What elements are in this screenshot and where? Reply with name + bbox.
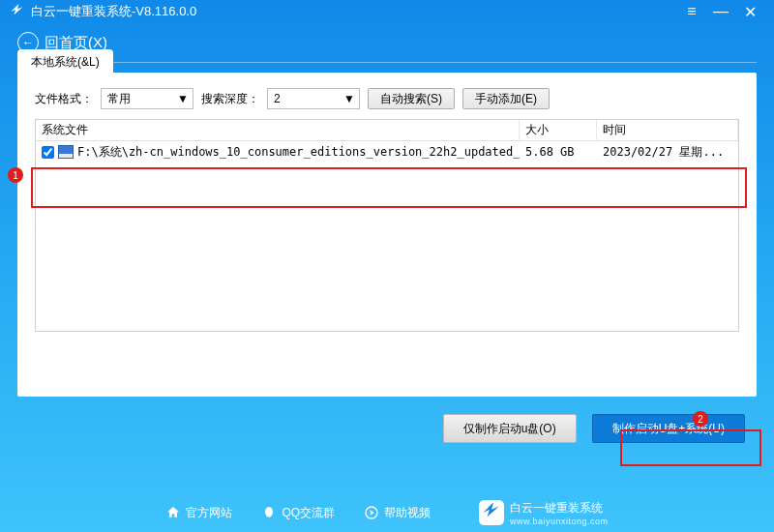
footer-brand: 白云一键重装系统 www.baiyunxitong.com <box>479 500 609 526</box>
row-size: 5.68 GB <box>525 145 575 159</box>
app-logo-icon <box>10 4 25 19</box>
back-home-button[interactable]: ← 回首页(X) <box>0 23 774 62</box>
search-depth-label: 搜索深度： <box>201 91 259 107</box>
file-format-value: 常用 <box>107 91 187 107</box>
main-panel: 本地系统(&L) 文件格式： 常用 ▼ 搜索深度： 2 ▼ 自动搜索(S) 手动… <box>17 73 757 397</box>
minimize-button[interactable]: — <box>706 3 735 20</box>
disk-icon <box>58 145 74 159</box>
row-checkbox[interactable] <box>42 146 54 159</box>
col-size[interactable]: 大小 <box>520 120 597 140</box>
make-usb-system-button[interactable]: 制作启动U盘+系统(U) <box>592 414 745 443</box>
qq-icon <box>261 505 277 520</box>
col-file[interactable]: 系统文件 <box>36 120 520 140</box>
file-format-select[interactable]: 常用 ▼ <box>101 88 194 109</box>
table-row[interactable]: F:\系统\zh-cn_windows_10_consumer_editions… <box>36 141 738 163</box>
footer: 官方网站 QQ交流群 帮助视频 白云一键重装系统 www.baiyunxiton… <box>0 493 774 532</box>
annotation-marker-1: 1 <box>8 167 23 183</box>
search-depth-value: 2 <box>274 92 353 105</box>
menu-button[interactable]: ≡ <box>677 3 706 20</box>
close-button[interactable]: ✕ <box>735 3 764 21</box>
footer-qq-link[interactable]: QQ交流群 <box>261 505 335 521</box>
chevron-down-icon: ▼ <box>177 92 189 105</box>
col-time[interactable]: 时间 <box>597 120 738 140</box>
annotation-marker-2: 2 <box>693 411 708 427</box>
brand-logo-icon <box>479 500 504 525</box>
window-title: 白云一键重装系统-V8.116.0.0 <box>31 3 196 20</box>
manual-add-button[interactable]: 手动添加(E) <box>462 88 550 109</box>
file-format-label: 文件格式： <box>35 91 93 107</box>
tab-local-system[interactable]: 本地系统(&L) <box>17 49 113 75</box>
play-icon <box>364 505 379 520</box>
make-usb-only-button[interactable]: 仅制作启动u盘(O) <box>443 414 577 443</box>
divider <box>17 62 757 63</box>
row-path: F:\系统\zh-cn_windows_10_consumer_editions… <box>77 144 520 161</box>
search-depth-select[interactable]: 2 ▼ <box>267 88 360 109</box>
auto-search-button[interactable]: 自动搜索(S) <box>368 88 455 109</box>
system-file-table: 系统文件 大小 时间 F:\系统\zh-cn_windows_10_consum… <box>35 119 739 332</box>
footer-help-link[interactable]: 帮助视频 <box>364 505 431 521</box>
row-time: 2023/02/27 星期... <box>603 144 724 161</box>
chevron-down-icon: ▼ <box>343 92 355 105</box>
footer-site-link[interactable]: 官方网站 <box>165 505 232 521</box>
home-icon <box>165 505 181 520</box>
svg-point-0 <box>265 507 273 517</box>
